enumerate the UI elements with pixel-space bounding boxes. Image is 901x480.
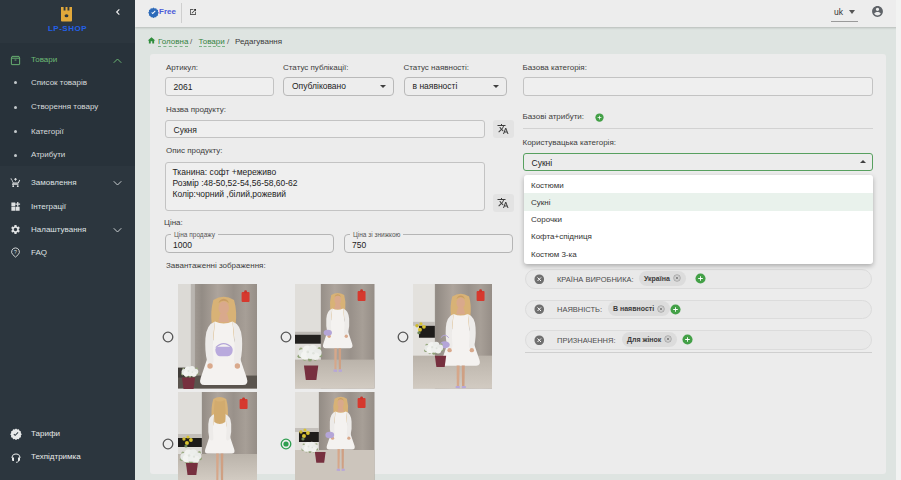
svg-text:?: ? [14, 249, 17, 255]
